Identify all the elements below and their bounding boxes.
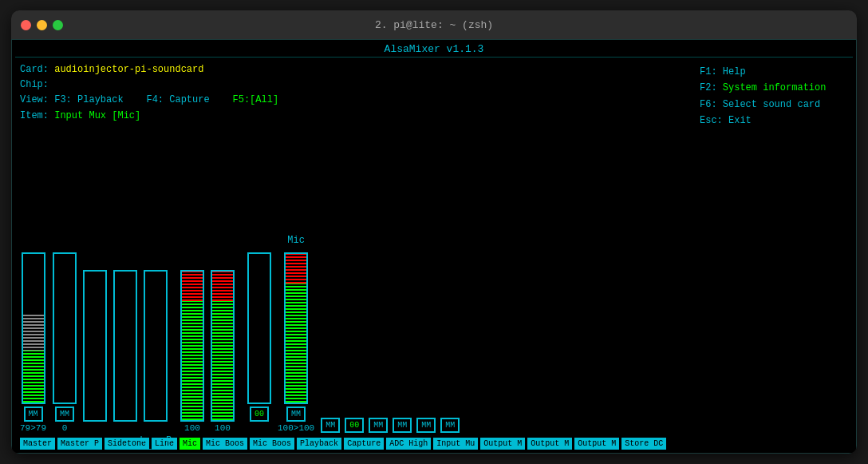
view-label: View: <box>20 94 49 105</box>
traffic-lights <box>21 20 63 30</box>
close-button[interactable] <box>21 20 31 30</box>
ch-inputmux[interactable]: Input Mu <box>433 438 478 450</box>
chip-line: Chip: <box>20 77 688 93</box>
help-f6: F6: Select sound card <box>700 97 846 113</box>
ch-storedc[interactable]: Store DC <box>621 438 666 450</box>
ch-masterp[interactable]: Master P <box>57 438 102 450</box>
help-f1: F1: Help <box>700 64 846 80</box>
ch-playback[interactable]: Playback <box>297 438 341 450</box>
fader-input-mux: 00 <box>345 281 364 433</box>
sidetone-value <box>93 423 98 433</box>
mic-value <box>153 423 159 433</box>
f1-desc: Help <box>723 66 746 77</box>
chip-label: Chip: <box>20 79 49 90</box>
fader-store-dc: MM <box>440 281 460 433</box>
view-f3: F3: Playback <box>54 94 123 105</box>
fader-capture: Mic MM 100>100 <box>278 252 314 433</box>
fader-sidetone <box>83 270 107 433</box>
item-value: Input Mux [Mic] <box>54 110 140 121</box>
help-esc: Esc: Exit <box>700 113 846 129</box>
fader-adc-high: MM <box>321 281 340 433</box>
capture-mm-btn[interactable]: MM <box>286 406 306 422</box>
window-title: 2. pi@lite: ~ (zsh) <box>375 19 493 31</box>
fader-master: MM 79>79 <box>20 252 46 433</box>
ch-micboost-l[interactable]: Mic Boos <box>203 438 247 450</box>
left-panel: Card: audioinjector-pi-soundcard Chip: V… <box>15 61 693 450</box>
capture-lr-label: L R <box>137 434 174 444</box>
ch-mic[interactable]: Mic <box>180 438 200 450</box>
terminal-content: AlsaMixer v1.1.3 Card: audioinjector-pi-… <box>11 39 857 454</box>
ch-adc[interactable]: ADC High <box>386 438 431 450</box>
capture-value: 100>100 <box>278 423 314 433</box>
channel-labels: Master Master P Sidetone Line Mic Mic Bo… <box>15 438 693 450</box>
master-mm-btn[interactable]: MM <box>24 406 43 422</box>
store-dc-mm-btn[interactable]: MM <box>440 418 460 433</box>
item-line: Item: Input Mux [Mic] <box>20 109 688 124</box>
card-value: audioinjector-pi-soundcard <box>54 64 203 75</box>
right-help-panel: F1: Help F2: System information F6: Sele… <box>693 61 853 450</box>
titlebar: 2. pi@lite: ~ (zsh) <box>11 10 857 39</box>
card-label: Card: <box>20 64 49 75</box>
masterp-mm-btn[interactable]: MM <box>55 406 74 422</box>
fader-masterp: MM 0 <box>53 252 77 433</box>
ch-micboost-r[interactable]: Mic Boos <box>250 438 294 450</box>
playback-value <box>257 423 262 433</box>
ch-outputm3[interactable]: Output M <box>574 438 619 450</box>
mic-above-label: Mic <box>287 235 305 246</box>
main-area: Card: audioinjector-pi-soundcard Chip: V… <box>15 61 853 450</box>
esc-key: Esc: <box>700 115 723 126</box>
ch-master[interactable]: Master <box>20 438 55 450</box>
fader-line <box>113 270 137 433</box>
fader-output-m2: MM <box>393 281 412 433</box>
view-f4: F4: Capture <box>146 94 209 105</box>
f6-desc: Select sound card <box>723 99 820 110</box>
fader-playback: 00 <box>247 252 271 433</box>
esc-desc: Exit <box>728 115 752 126</box>
f6-key: F6: <box>700 99 717 110</box>
minimize-button[interactable] <box>37 20 47 30</box>
help-f2: F2: System information <box>700 80 846 96</box>
line-value <box>123 423 128 433</box>
dashes: -------- <box>137 444 174 454</box>
fader-micboost-l: 100 <box>180 270 204 433</box>
info-section: Card: audioinjector-pi-soundcard Chip: V… <box>15 61 693 125</box>
ch-outputm1[interactable]: Output M <box>480 438 525 450</box>
output-m1-mm-btn[interactable]: MM <box>369 418 388 433</box>
output-m3-mm-btn[interactable]: MM <box>416 418 436 433</box>
view-line: View: F3: Playback F4: Capture F5:[All] <box>20 93 688 108</box>
view-f5: F5:[All] <box>232 94 278 105</box>
alsa-title: AlsaMixer v1.1.3 <box>385 43 484 55</box>
adc-high-mm-btn[interactable]: MM <box>321 418 340 433</box>
fader-output-m3: MM <box>416 281 436 433</box>
fader-mic: L R -------- CAPTURE <box>144 270 168 433</box>
ch-outputm2[interactable]: Output M <box>527 438 572 450</box>
fader-output-m1: MM <box>369 281 388 433</box>
mixer-area: MM 79>79 MM 0 <box>15 125 693 450</box>
micboost-r-value: 100 <box>215 423 231 433</box>
maximize-button[interactable] <box>53 20 63 30</box>
f2-key: F2: <box>700 82 717 93</box>
output-m2-mm-btn[interactable]: MM <box>393 418 412 433</box>
card-line: Card: audioinjector-pi-soundcard <box>20 62 688 77</box>
fader-micboost-r: 100 <box>211 270 235 433</box>
f1-key: F1: <box>700 66 717 77</box>
ch-capture[interactable]: Capture <box>344 438 384 450</box>
masterp-value: 0 <box>62 423 68 433</box>
micboost-l-value: 100 <box>184 423 200 433</box>
playback-oo-btn[interactable]: 00 <box>250 406 269 422</box>
input-mux-oo-btn[interactable]: 00 <box>345 418 364 433</box>
f2-desc: System information <box>723 82 827 93</box>
terminal-window: 2. pi@lite: ~ (zsh) AlsaMixer v1.1.3 Car… <box>11 10 857 454</box>
item-label: Item: <box>20 110 49 121</box>
alsa-header: AlsaMixer v1.1.3 <box>15 43 853 58</box>
master-value: 79>79 <box>20 423 46 433</box>
